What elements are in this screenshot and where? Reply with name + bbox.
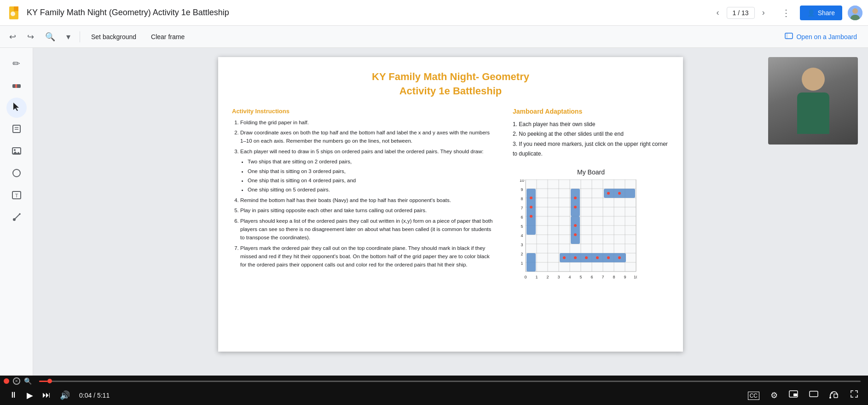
x-icon: ✕ [15,379,18,383]
volume-button[interactable]: 🔊 [58,388,72,402]
video-panel [768,57,858,145]
list-item: Play in pairs sitting opposite each othe… [240,206,494,214]
redo-button[interactable]: ↪ [23,30,38,44]
svg-line-18 [15,214,20,219]
play-button[interactable]: ▶ [25,388,35,402]
svg-point-71 [530,197,532,199]
theater-mode-button[interactable] [807,388,820,403]
image-tool[interactable] [6,142,27,162]
circle-tool[interactable] [6,164,27,184]
svg-text:7: 7 [602,275,604,279]
left-sidebar: ✏ [0,48,33,376]
undo-icon: ↩ [9,32,16,42]
svg-point-80 [563,256,566,259]
svg-text:9: 9 [624,275,626,279]
video-placeholder [768,57,858,145]
page-indicator[interactable]: 1 / 13 [727,7,755,19]
svg-text:1: 1 [535,275,538,279]
svg-point-82 [585,256,588,259]
captions-button[interactable]: CC [746,388,761,402]
svg-rect-87 [793,393,797,396]
open-jamboard-button[interactable]: Open on a Jamboard [779,29,862,45]
prev-page-button[interactable]: ‹ [713,6,723,19]
list-item: Two ships that are sitting on 2 ordered … [248,157,494,166]
skip-next-icon: ⏭ [42,390,51,399]
cc-icon: CC [748,392,759,400]
share-button[interactable]: 👤 Share [800,6,842,20]
toolbar-right: Open on a Jamboard [779,29,862,45]
person-head [802,68,825,91]
list-item: 2. No peeking at the other slides until … [513,129,669,139]
cursor-tool[interactable] [6,98,27,118]
top-bar: KY Family Math Night (Geometry) Activity… [0,0,868,26]
more-options-button[interactable]: ⋮ [778,6,794,20]
svg-point-2 [11,12,15,16]
pencil-icon: ✏ [12,58,20,69]
list-item: Draw coordinate axes on both the top hal… [240,128,494,145]
settings-button[interactable]: ⚙ [769,388,780,402]
slide-body: Activity Instructions Folding the grid p… [218,108,683,282]
main-area: ✏ [0,48,868,376]
svg-marker-9 [13,103,19,111]
svg-point-85 [618,256,621,259]
toolbar-divider [80,31,80,42]
sticky-note-tool[interactable] [6,120,27,140]
svg-point-77 [574,233,577,236]
text-tool[interactable]: T [6,186,27,206]
pencil-tool[interactable]: ✏ [6,53,27,74]
board-title: My Board [513,168,669,176]
share-icon: 👤 [807,9,815,17]
slide-title: KY Family Math Night- Geometry Activity … [218,70,683,98]
right-content: Jamboard Adaptations 1. Each player has … [513,108,669,282]
image-icon [12,146,22,158]
svg-rect-8 [15,84,17,88]
clear-frame-button[interactable]: Clear frame [145,30,190,43]
svg-text:4: 4 [568,275,571,279]
cast-button[interactable] [827,388,840,403]
list-item: Players should keep a list of the ordere… [240,217,494,242]
list-item: One ship that is sitting on 4 ordered pa… [248,176,494,185]
ship-types-list: Two ships that are sitting on 2 ordered … [240,157,494,194]
undo-button[interactable]: ↩ [6,30,20,44]
fullscreen-button[interactable] [848,388,861,403]
close-control-button[interactable]: ✕ [13,377,20,385]
svg-text:6: 6 [590,275,593,279]
search-control-icon[interactable]: 🔍 [24,377,32,385]
board-section: My Board [513,168,669,282]
set-background-button[interactable]: Set background [86,30,142,43]
text-icon: T [12,190,22,202]
svg-text:0: 0 [524,275,527,279]
laser-tool[interactable] [6,208,27,228]
mini-player-button[interactable] [787,388,800,403]
zoom-button[interactable]: 🔍 [41,30,59,44]
svg-text:5: 5 [579,275,582,279]
svg-point-73 [530,215,532,218]
svg-rect-88 [810,391,818,397]
jamboard-items-list: 1. Each player has their own slide 2. No… [513,120,669,159]
svg-text:10: 10 [520,179,524,183]
list-item: Folding the grid paper in half. [240,118,494,127]
svg-text:2: 2 [546,275,549,279]
eraser-icon [12,80,22,92]
svg-text:9: 9 [521,187,523,192]
list-item: Players mark the ordered pair they call … [240,244,494,269]
user-avatar[interactable] [848,6,862,20]
svg-rect-69 [560,253,626,262]
jamboard-icon [784,31,793,42]
video-controls: ✕ 🔍 ⏸ ▶ ⏭ 🔊 0:04 / 5:11 CC ⚙ [0,376,868,405]
next-page-button[interactable]: › [758,6,769,19]
list-item: One ship that is sitting on 3 ordered pa… [248,167,494,175]
left-content: Activity Instructions Folding the grid p… [232,108,494,282]
pause-button[interactable]: ⏸ [7,388,19,402]
svg-text:T: T [15,193,18,198]
cursor-icon [12,102,22,114]
progress-track[interactable] [39,381,861,382]
progress-thumb[interactable] [47,379,52,383]
skip-next-button[interactable]: ⏭ [41,388,52,402]
svg-point-78 [607,192,610,195]
svg-point-83 [596,256,599,259]
zoom-dropdown-button[interactable]: ▾ [63,30,74,44]
svg-text:2: 2 [521,252,523,256]
eraser-tool[interactable] [6,75,27,96]
controls-right: CC ⚙ [746,388,861,403]
